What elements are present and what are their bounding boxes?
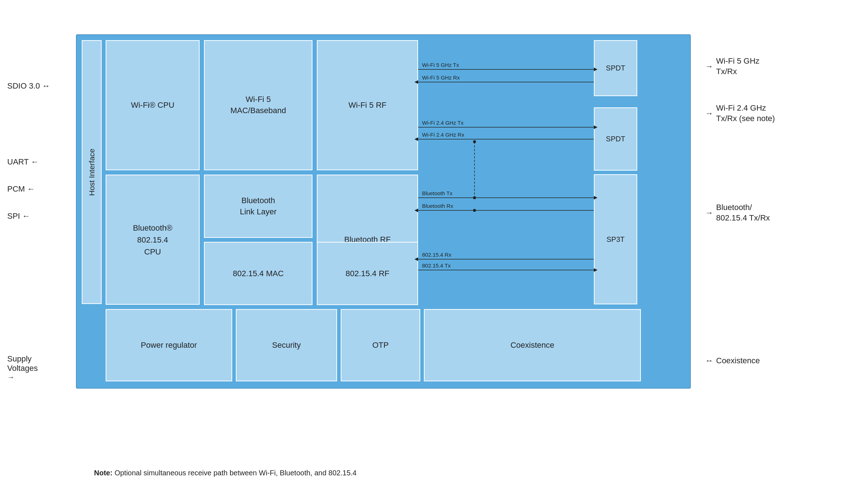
coex-right-label: ↔ Coexistence [705, 356, 760, 365]
supply-label: Supply Voltages → [7, 354, 38, 381]
note-bold: Note: [94, 469, 112, 477]
outer-box: Host Interface Wi-Fi® CPU Wi-Fi 5MAC/Bas… [76, 34, 691, 389]
uart-arrow: ← [31, 157, 39, 167]
svg-point-19 [473, 209, 476, 212]
svg-marker-14 [414, 257, 418, 261]
wifi24-right-arrow: → [705, 109, 713, 118]
wifi24-right-label: → Wi-Fi 2.4 GHzTx/Rx (see note) [705, 103, 775, 124]
svg-marker-1 [594, 68, 597, 71]
sdio-arrow: ↔ [42, 81, 50, 91]
mac-tx-label: 802.15.4 Tx [422, 262, 451, 269]
svg-marker-16 [594, 268, 597, 272]
signal-lines-svg: Wi-Fi 5 GHz Tx Wi-Fi 5 GHz Rx Wi-Fi 2.4 … [77, 35, 690, 388]
sdio-label: SDIO 3.0 ↔ [7, 81, 50, 91]
wifi24-tx-label: Wi-Fi 2.4 GHz Tx [422, 120, 464, 126]
wifi5-right-label: → Wi-Fi 5 GHzTx/Rx [705, 56, 760, 77]
coex-right-arrow: ↔ [705, 356, 713, 365]
uart-label: UART ← [7, 157, 39, 167]
spi-arrow: ← [22, 211, 30, 221]
wifi5-right-arrow: → [705, 62, 713, 71]
svg-marker-3 [414, 80, 418, 84]
wifi5-tx-label: Wi-Fi 5 GHz Tx [422, 62, 459, 68]
bt-tx-label: Bluetooth Tx [422, 190, 452, 196]
bt8021-right-label: → Bluetooth/802.15.4 Tx/Rx [705, 202, 770, 223]
note-text: Optional simultaneous receive path betwe… [115, 469, 357, 477]
note-section: Note: Optional simultaneous receive path… [94, 469, 357, 477]
svg-point-18 [473, 196, 476, 199]
pcm-label: PCM ← [7, 184, 35, 194]
svg-marker-7 [414, 137, 418, 141]
mac-rx-label: 802.15.4 Rx [422, 252, 451, 258]
svg-marker-5 [594, 125, 597, 129]
spi-label: SPI ← [7, 211, 30, 221]
pcm-arrow: ← [27, 184, 35, 194]
bt8021-right-arrow: → [705, 208, 713, 218]
wifi24-rx-label: Wi-Fi 2.4 GHz Rx [422, 132, 464, 138]
svg-marker-10 [594, 196, 597, 200]
wifi5-rx-label: Wi-Fi 5 GHz Rx [422, 74, 460, 81]
bt-rx-label: Bluetooth Rx [422, 203, 453, 209]
supply-arrow: → [7, 373, 14, 381]
svg-point-17 [473, 140, 476, 143]
svg-marker-12 [414, 209, 418, 212]
